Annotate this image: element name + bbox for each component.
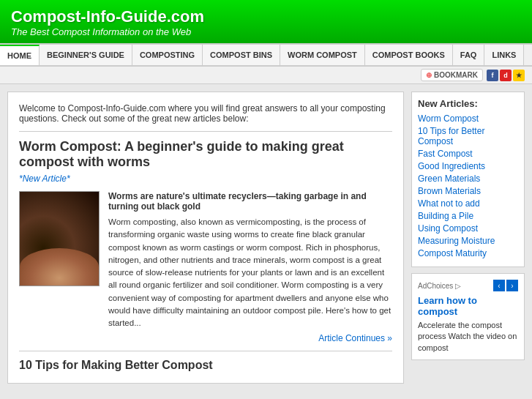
nav-item-links[interactable]: LINKS: [484, 45, 524, 65]
nav-item-compost-books[interactable]: COMPOST BOOKS: [365, 45, 453, 65]
nav-item-worm-compost[interactable]: WORM COMPOST: [280, 45, 365, 65]
sidebar-link-worm-compost[interactable]: Worm Compost: [418, 113, 518, 124]
bookmark-bar: ⊕ BOOKMARK f d ★: [0, 67, 532, 84]
sidebar-link-what-not-to-add[interactable]: What not to add: [418, 198, 518, 209]
sidebar-link-fast-compost[interactable]: Fast Compost: [418, 149, 518, 159]
article1-body: Worms are nature's ultimate recyclers—ta…: [19, 191, 392, 343]
share-icon-red[interactable]: d: [500, 70, 512, 81]
nav-item-faq[interactable]: FAQ: [453, 45, 485, 65]
article1-text: Worms are nature's ultimate recyclers—ta…: [108, 191, 392, 343]
sidebar: New Articles: Worm Compost10 Tips for Be…: [411, 92, 525, 384]
site-header: Compost-Info-Guide.com The Best Compost …: [0, 0, 532, 43]
ad-text: Accelerate the compost process Watch the…: [418, 320, 518, 354]
ad-section: AdChoices ▷ ‹ › Learn how to compost Acc…: [411, 273, 525, 360]
article1-image: [19, 191, 100, 286]
article1-excerpt: Worm composting, also known as vermicomp…: [108, 216, 392, 329]
article1-title: Worm Compost: A beginner's guide to maki…: [19, 139, 392, 170]
site-title: Compost-Info-Guide.com: [11, 7, 521, 26]
nav-item-beginner-s-guide[interactable]: BEGINNER'S GUIDE: [40, 45, 132, 65]
nav-item-compost-bins[interactable]: COMPOST BINS: [203, 45, 280, 65]
bookmark-label: BOOKMARK: [434, 71, 478, 79]
share-icon-yellow[interactable]: ★: [513, 70, 525, 81]
main-nav: HOMEBEGINNER'S GUIDECOMPOSTINGCOMPOST BI…: [0, 43, 532, 67]
sidebar-link-building-a-pile[interactable]: Building a Pile: [418, 211, 518, 221]
article1-new-label: *New Article*: [19, 174, 392, 184]
site-subtitle: The Best Compost Information on the Web: [11, 26, 521, 37]
sidebar-links: Worm Compost10 Tips for Better CompostFa…: [418, 113, 518, 258]
nav-item-home[interactable]: HOME: [0, 45, 40, 65]
main-layout: Welcome to Compost-Info-Guide.com where …: [0, 84, 532, 391]
ad-nav: ‹ ›: [493, 280, 518, 291]
new-articles-heading: New Articles:: [418, 98, 518, 109]
sidebar-link----tips-for-better-compost[interactable]: 10 Tips for Better Compost: [418, 126, 518, 146]
ad-title[interactable]: Learn how to compost: [418, 295, 518, 317]
article2-title: 10 Tips for Making Better Compost: [19, 359, 392, 372]
nav-item-composting[interactable]: COMPOSTING: [132, 45, 203, 65]
divider: [19, 351, 392, 351]
ad-prev-button[interactable]: ‹: [493, 280, 505, 291]
facebook-share-icon[interactable]: f: [487, 70, 498, 81]
new-articles-section: New Articles: Worm Compost10 Tips for Be…: [411, 92, 525, 267]
sidebar-link-brown-materials[interactable]: Brown Materials: [418, 186, 518, 196]
ad-next-button[interactable]: ›: [506, 280, 518, 291]
sidebar-link-good-ingredients[interactable]: Good Ingredients: [418, 161, 518, 171]
bookmark-icon: ⊕: [426, 71, 432, 79]
article1-continues-link[interactable]: Article Continues »: [108, 333, 392, 343]
sidebar-link-green-materials[interactable]: Green Materials: [418, 174, 518, 184]
article1-excerpt-title: Worms are nature's ultimate recyclers—ta…: [108, 191, 392, 212]
sidebar-link-using-compost[interactable]: Using Compost: [418, 223, 518, 234]
article1-image-inner: [20, 192, 99, 286]
sidebar-link-compost-maturity[interactable]: Compost Maturity: [418, 248, 518, 258]
ad-header: AdChoices ▷ ‹ ›: [418, 280, 518, 291]
ad-choices-label: AdChoices ▷: [418, 282, 461, 290]
bookmark-button[interactable]: ⊕ BOOKMARK: [421, 69, 483, 81]
intro-text: Welcome to Compost-Info-Guide.com where …: [19, 103, 392, 132]
article1-image-hands: [20, 248, 99, 286]
sidebar-link-measuring-moisture[interactable]: Measuring Moisture: [418, 236, 518, 246]
main-content: Welcome to Compost-Info-Guide.com where …: [7, 92, 404, 384]
share-icons: f d ★: [487, 70, 525, 81]
